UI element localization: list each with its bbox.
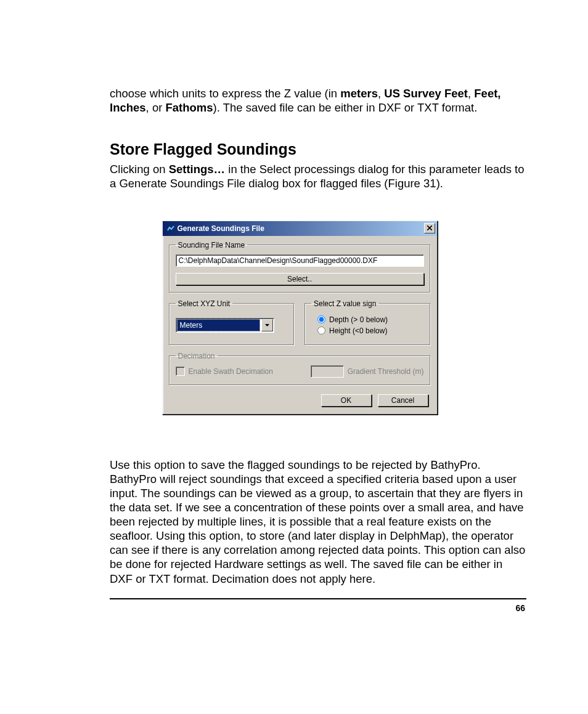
select-xyz-unit-group: Select XYZ Unit Meters: [169, 299, 295, 346]
ok-button[interactable]: OK: [321, 394, 372, 407]
sounding-file-name-group: Sounding File Name Select..: [169, 241, 431, 293]
gradient-threshold-input: [311, 365, 344, 378]
text: ,: [378, 87, 384, 100]
gradient-threshold-label: Gradient Threshold (m): [348, 367, 424, 376]
group-label: Select XYZ Unit: [176, 299, 233, 308]
intro-paragraph: choose which units to express the Z valu…: [110, 86, 526, 115]
text: Clicking on: [110, 163, 169, 176]
close-icon: [427, 225, 432, 232]
enable-swath-decimation-checkbox: [176, 367, 185, 376]
radio-depth[interactable]: [317, 315, 325, 323]
radio-depth-label: Depth (> 0 below): [329, 315, 388, 324]
group-label: Select Z value sign: [311, 299, 378, 308]
combobox-value: Meters: [177, 319, 260, 331]
text: , or: [146, 101, 166, 114]
select-z-sign-group: Select Z value sign Depth (> 0 below) He…: [304, 299, 431, 346]
page-number: 66: [110, 603, 526, 613]
radio-height-label: Height (<0 below): [329, 327, 387, 335]
footer-rule: [110, 598, 526, 599]
close-button[interactable]: [424, 223, 435, 233]
enable-swath-decimation-label: Enable Swath Decimation: [189, 367, 273, 376]
group-label: Decimation: [176, 352, 218, 360]
dialog-title: Generate Soundings File: [178, 224, 424, 233]
xyz-unit-combobox[interactable]: Meters: [176, 318, 274, 333]
group-label: Sounding File Name: [176, 241, 248, 249]
cancel-button[interactable]: Cancel: [378, 394, 428, 407]
settings-bold: Settings…: [169, 163, 225, 176]
text: ,: [468, 87, 474, 100]
file-path-input[interactable]: [176, 254, 424, 267]
chevron-down-icon[interactable]: [261, 319, 273, 331]
select-file-button[interactable]: Select..: [176, 273, 424, 285]
radio-height[interactable]: [317, 327, 325, 335]
section-heading: Store Flagged Soundings: [110, 140, 526, 158]
paragraph-settings: Clicking on Settings… in the Select proc…: [110, 162, 526, 190]
decimation-group: Decimation Enable Swath Decimation Gradi…: [169, 352, 431, 386]
text: choose which units to express the Z valu…: [110, 87, 340, 100]
description-paragraph: Use this option to save the flagged soun…: [110, 458, 526, 586]
unit-meters: meters: [340, 87, 378, 100]
unit-us-survey-feet: US Survey Feet: [384, 87, 468, 100]
text: ). The saved file can be either in DXF o…: [213, 101, 478, 114]
generate-soundings-dialog: Generate Soundings File Sounding File Na…: [162, 221, 438, 415]
app-icon: [166, 224, 175, 233]
unit-fathoms: Fathoms: [165, 101, 213, 114]
dialog-titlebar: Generate Soundings File: [163, 221, 437, 236]
